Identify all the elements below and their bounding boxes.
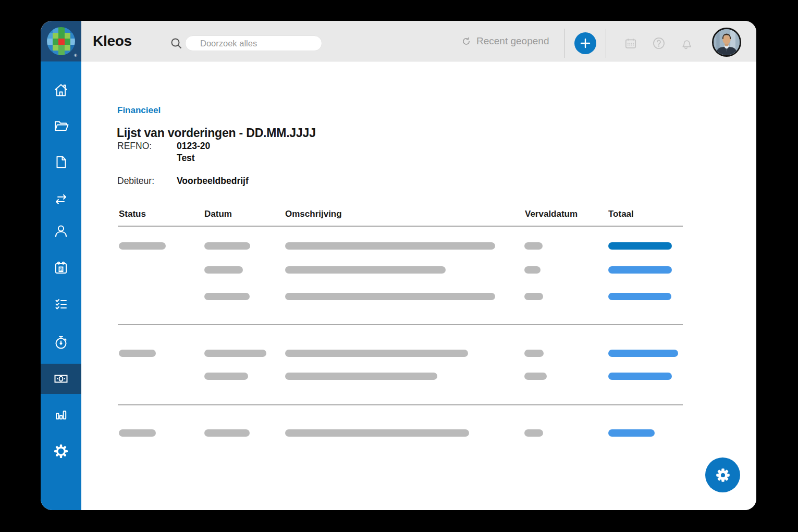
home-icon xyxy=(53,82,69,98)
gear-icon xyxy=(714,466,732,484)
app-logo[interactable]: ® xyxy=(41,21,81,61)
skeleton-vervaldatum-cell xyxy=(524,429,543,437)
skeleton-vervaldatum-cell xyxy=(524,373,547,380)
search-input[interactable] xyxy=(186,36,322,51)
skeleton-omschrijving-cell xyxy=(285,350,468,357)
skeleton-datum-cell xyxy=(204,266,243,274)
tasks-icon xyxy=(53,296,69,313)
sidebar-item-reports[interactable] xyxy=(41,399,81,429)
topbar: Kleos Recent geopend xyxy=(41,21,756,61)
claims-table: Status Datum Omschrijving Vervaldatum To… xyxy=(118,209,683,449)
table-row[interactable] xyxy=(118,266,683,274)
column-header-vervaldatum: Vervaldatum xyxy=(525,209,578,219)
folder-icon xyxy=(53,117,69,134)
column-header-datum: Datum xyxy=(204,209,232,219)
add-new-button[interactable] xyxy=(574,32,596,54)
column-header-totaal: Totaal xyxy=(608,209,634,219)
skeleton-status-cell xyxy=(119,242,166,250)
skeleton-datum-cell xyxy=(204,373,248,380)
skeleton-datum-cell xyxy=(204,350,266,357)
wolters-kluwer-globe-icon xyxy=(47,27,75,55)
skeleton-status-cell xyxy=(119,429,156,437)
skeleton-omschrijving-cell xyxy=(285,429,469,437)
svg-text:1: 1 xyxy=(60,267,63,272)
refno-value-line2: Test xyxy=(177,153,195,164)
skeleton-omschrijving-cell xyxy=(285,293,495,300)
sidebar-nav: 1 xyxy=(41,61,81,510)
settings-icon xyxy=(53,443,69,460)
sidebar-item-documents[interactable] xyxy=(41,147,81,177)
debtor-value: Voorbeeldbedrijf xyxy=(177,176,249,187)
skeleton-totaal-cell xyxy=(608,429,655,437)
bell-icon[interactable] xyxy=(679,36,693,51)
search-icon xyxy=(170,37,182,50)
sidebar-item-time[interactable] xyxy=(41,327,81,357)
skeleton-datum-cell xyxy=(204,429,250,437)
debtor-label: Debiteur: xyxy=(117,176,154,187)
contacts-icon xyxy=(53,222,69,239)
breadcrumb[interactable]: Financieel xyxy=(117,105,161,116)
user-avatar[interactable] xyxy=(712,28,741,57)
finance-icon xyxy=(52,370,70,388)
agenda-icon: 1 xyxy=(53,259,69,276)
document-icon xyxy=(53,154,69,170)
column-header-omschrijving: Omschrijving xyxy=(285,209,342,219)
table-row[interactable] xyxy=(118,429,683,437)
skeleton-vervaldatum-cell xyxy=(524,242,543,250)
report-settings-button[interactable] xyxy=(705,457,740,492)
search-bar xyxy=(185,35,322,51)
table-row[interactable] xyxy=(118,350,683,357)
skeleton-datum-cell xyxy=(204,293,250,300)
sidebar-item-dossiers[interactable] xyxy=(41,110,81,141)
skeleton-totaal-cell xyxy=(608,293,671,300)
topbar-divider xyxy=(564,29,564,58)
skeleton-omschrijving-cell xyxy=(285,373,437,380)
help-icon[interactable] xyxy=(652,36,666,51)
screenshot-stage: Kleos Recent geopend xyxy=(0,0,798,532)
plus-icon xyxy=(579,37,592,50)
refno-label: REFNO: xyxy=(117,141,152,152)
topbar-divider xyxy=(606,29,606,58)
skeleton-vervaldatum-cell xyxy=(524,293,543,300)
app-window: Kleos Recent geopend xyxy=(41,21,756,510)
reports-icon xyxy=(53,406,69,423)
exchange-icon xyxy=(53,191,69,207)
registered-trademark: ® xyxy=(74,54,77,58)
skeleton-totaal-cell xyxy=(608,373,672,380)
column-header-status: Status xyxy=(119,209,146,219)
table-row[interactable] xyxy=(118,242,683,250)
table-group-divider xyxy=(118,404,683,405)
skeleton-omschrijving-cell xyxy=(285,242,495,250)
app-title: Kleos xyxy=(93,21,132,61)
sidebar-item-home[interactable] xyxy=(41,75,81,105)
table-group-divider xyxy=(118,324,683,325)
refno-value: 0123-20 xyxy=(177,141,210,152)
skeleton-omschrijving-cell xyxy=(285,266,446,274)
sidebar-item-agenda[interactable]: 1 xyxy=(41,253,81,283)
main-content: Financieel Lijst van vorderingen - DD.MM… xyxy=(81,61,756,510)
skeleton-totaal-cell xyxy=(608,266,672,274)
sidebar-item-finance[interactable] xyxy=(41,364,81,394)
skeleton-status-cell xyxy=(119,350,156,357)
calendar-icon[interactable] xyxy=(623,36,638,51)
history-icon xyxy=(461,36,472,47)
skeleton-datum-cell xyxy=(204,242,250,250)
sidebar-item-settings[interactable] xyxy=(41,436,81,466)
table-row[interactable] xyxy=(118,373,683,380)
skeleton-vervaldatum-cell xyxy=(524,266,541,274)
table-header-divider xyxy=(118,226,683,227)
page-title: Lijst van vorderingen - DD.MM.JJJJ xyxy=(117,126,316,140)
sidebar-item-tasks[interactable] xyxy=(41,289,81,319)
skeleton-totaal-cell xyxy=(608,242,672,250)
recent-opened-button[interactable]: Recent geopend xyxy=(461,21,549,61)
recent-opened-label: Recent geopend xyxy=(476,35,549,47)
timer-icon xyxy=(53,334,69,351)
table-row[interactable] xyxy=(118,293,683,300)
sidebar-item-contacts[interactable] xyxy=(41,216,81,246)
sidebar-item-transfers[interactable] xyxy=(41,184,81,214)
skeleton-vervaldatum-cell xyxy=(524,350,544,357)
skeleton-totaal-cell xyxy=(608,350,678,357)
